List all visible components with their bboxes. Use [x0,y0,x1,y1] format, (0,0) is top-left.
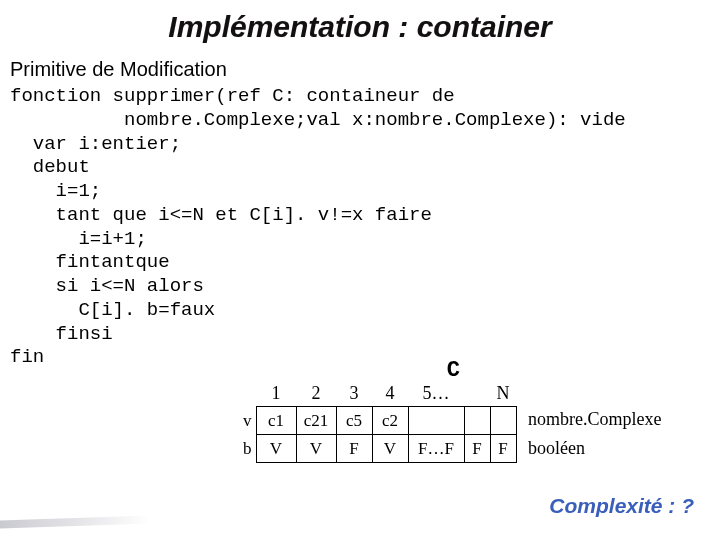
row-label-v: v [238,407,256,435]
cell: c5 [336,407,372,435]
decorative-accent [0,515,150,528]
cell: F…F [408,435,464,463]
index-cell: 3 [336,383,372,404]
array-table: v c1 c21 c5 c2 b V V F V F…F F F [238,406,517,463]
cell: V [256,435,296,463]
complexity-note: Complexité : ? [549,494,694,518]
cell: F [464,435,490,463]
cell: V [372,435,408,463]
code-line: i=i+1; [10,228,147,250]
code-line: fintantque [10,251,170,273]
code-block: fonction supprimer(ref C: containeur de … [0,83,720,370]
diagram-heading: C [390,358,517,383]
cell [408,407,464,435]
cell: F [336,435,372,463]
caption-v: nombre.Complexe [528,409,661,430]
index-cell: 5… [408,383,464,404]
code-line: C[i]. b=faux [10,299,215,321]
code-line: var i:entier; [10,133,181,155]
code-line: debut [10,156,90,178]
code-line: i=1; [10,180,101,202]
index-cell: N [490,383,516,404]
row-label-b: b [238,435,256,463]
cell: c2 [372,407,408,435]
index-cell: 2 [296,383,336,404]
code-line: fin [10,346,44,368]
index-row: 1 2 3 4 5… N [256,383,517,404]
table-row: v c1 c21 c5 c2 [238,407,516,435]
array-diagram: C 1 2 3 4 5… N v c1 c21 c5 c2 b V V F V … [238,358,517,463]
cell [490,407,516,435]
code-line: tant que i<=N et C[i]. v!=x faire [10,204,432,226]
code-line: si i<=N alors [10,275,204,297]
cell: V [296,435,336,463]
index-cell: 4 [372,383,408,404]
code-line: fonction supprimer(ref C: containeur de [10,85,455,107]
code-line: finsi [10,323,113,345]
code-line: nombre.Complexe;val x:nombre.Complexe): … [10,109,626,131]
index-cell: 1 [256,383,296,404]
cell: c21 [296,407,336,435]
slide-title: Implémentation : container [0,0,720,44]
cell [464,407,490,435]
caption-b: booléen [528,438,585,459]
cell: c1 [256,407,296,435]
table-row: b V V F V F…F F F [238,435,516,463]
section-subtitle: Primitive de Modification [0,44,720,83]
cell: F [490,435,516,463]
